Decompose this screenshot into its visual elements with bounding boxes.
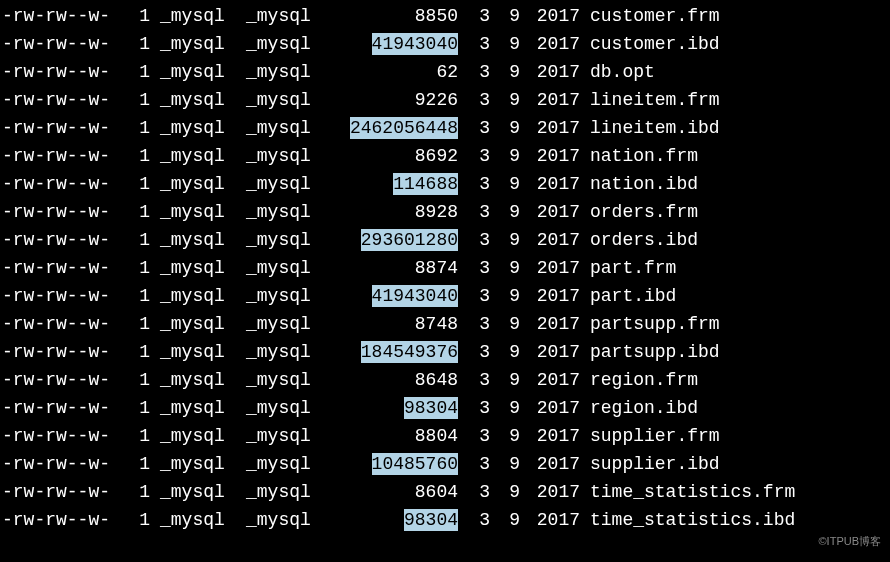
filename: time_statistics.ibd xyxy=(580,506,795,534)
year: 2017 xyxy=(520,282,580,310)
link-count: 1 xyxy=(110,58,150,86)
owner: _mysql xyxy=(150,450,230,478)
group: _mysql xyxy=(230,30,320,58)
file-row: -rw-rw--w-1_mysql_mysql293601280392017or… xyxy=(0,226,890,254)
group: _mysql xyxy=(230,254,320,282)
terminal-file-listing: -rw-rw--w-1_mysql_mysql8850392017custome… xyxy=(0,2,890,534)
permissions: -rw-rw--w- xyxy=(0,170,110,198)
file-row: -rw-rw--w-1_mysql_mysql184549376392017pa… xyxy=(0,338,890,366)
day: 9 xyxy=(490,2,520,30)
highlighted-size[interactable]: 114688 xyxy=(393,173,458,195)
owner: _mysql xyxy=(150,338,230,366)
permissions: -rw-rw--w- xyxy=(0,478,110,506)
permissions: -rw-rw--w- xyxy=(0,114,110,142)
file-size: 8692 xyxy=(320,142,460,170)
link-count: 1 xyxy=(110,30,150,58)
year: 2017 xyxy=(520,478,580,506)
year: 2017 xyxy=(520,58,580,86)
highlighted-size[interactable]: 98304 xyxy=(404,397,458,419)
file-size: 41943040 xyxy=(320,282,460,310)
filename: customer.frm xyxy=(580,2,720,30)
month: 3 xyxy=(460,86,490,114)
filename: nation.ibd xyxy=(580,170,698,198)
day: 9 xyxy=(490,58,520,86)
link-count: 1 xyxy=(110,450,150,478)
file-row: -rw-rw--w-1_mysql_mysql8804392017supplie… xyxy=(0,422,890,450)
file-row: -rw-rw--w-1_mysql_mysql114688392017natio… xyxy=(0,170,890,198)
file-row: -rw-rw--w-1_mysql_mysql8648392017region.… xyxy=(0,366,890,394)
file-size: 10485760 xyxy=(320,450,460,478)
day: 9 xyxy=(490,478,520,506)
file-row: -rw-rw--w-1_mysql_mysql9226392017lineite… xyxy=(0,86,890,114)
group: _mysql xyxy=(230,310,320,338)
highlighted-size[interactable]: 10485760 xyxy=(372,453,458,475)
file-row: -rw-rw--w-1_mysql_mysql62392017db.opt xyxy=(0,58,890,86)
day: 9 xyxy=(490,310,520,338)
year: 2017 xyxy=(520,338,580,366)
file-size: 98304 xyxy=(320,394,460,422)
owner: _mysql xyxy=(150,478,230,506)
owner: _mysql xyxy=(150,58,230,86)
day: 9 xyxy=(490,422,520,450)
file-row: -rw-rw--w-1_mysql_mysql2462056448392017l… xyxy=(0,114,890,142)
filename: customer.ibd xyxy=(580,30,720,58)
month: 3 xyxy=(460,2,490,30)
owner: _mysql xyxy=(150,170,230,198)
highlighted-size[interactable]: 98304 xyxy=(404,509,458,531)
filename: supplier.frm xyxy=(580,422,720,450)
month: 3 xyxy=(460,254,490,282)
file-size: 41943040 xyxy=(320,30,460,58)
highlighted-size[interactable]: 184549376 xyxy=(361,341,458,363)
highlighted-size[interactable]: 41943040 xyxy=(372,33,458,55)
group: _mysql xyxy=(230,142,320,170)
day: 9 xyxy=(490,170,520,198)
year: 2017 xyxy=(520,114,580,142)
day: 9 xyxy=(490,338,520,366)
day: 9 xyxy=(490,282,520,310)
filename: nation.frm xyxy=(580,142,698,170)
group: _mysql xyxy=(230,2,320,30)
link-count: 1 xyxy=(110,142,150,170)
filename: time_statistics.frm xyxy=(580,478,795,506)
month: 3 xyxy=(460,170,490,198)
group: _mysql xyxy=(230,198,320,226)
owner: _mysql xyxy=(150,282,230,310)
link-count: 1 xyxy=(110,366,150,394)
link-count: 1 xyxy=(110,506,150,534)
month: 3 xyxy=(460,422,490,450)
group: _mysql xyxy=(230,478,320,506)
year: 2017 xyxy=(520,198,580,226)
year: 2017 xyxy=(520,422,580,450)
month: 3 xyxy=(460,58,490,86)
filename: partsupp.frm xyxy=(580,310,720,338)
highlighted-size[interactable]: 293601280 xyxy=(361,229,458,251)
year: 2017 xyxy=(520,254,580,282)
link-count: 1 xyxy=(110,170,150,198)
group: _mysql xyxy=(230,394,320,422)
owner: _mysql xyxy=(150,394,230,422)
file-row: -rw-rw--w-1_mysql_mysql98304392017time_s… xyxy=(0,506,890,534)
group: _mysql xyxy=(230,114,320,142)
file-size: 2462056448 xyxy=(320,114,460,142)
file-size: 8850 xyxy=(320,2,460,30)
watermark-text: ©ITPUB博客 xyxy=(816,526,885,556)
file-size: 8804 xyxy=(320,422,460,450)
group: _mysql xyxy=(230,506,320,534)
day: 9 xyxy=(490,114,520,142)
filename: part.ibd xyxy=(580,282,676,310)
year: 2017 xyxy=(520,170,580,198)
month: 3 xyxy=(460,114,490,142)
group: _mysql xyxy=(230,170,320,198)
month: 3 xyxy=(460,506,490,534)
filename: region.ibd xyxy=(580,394,698,422)
group: _mysql xyxy=(230,422,320,450)
owner: _mysql xyxy=(150,30,230,58)
owner: _mysql xyxy=(150,310,230,338)
highlighted-size[interactable]: 2462056448 xyxy=(350,117,458,139)
month: 3 xyxy=(460,30,490,58)
filename: orders.ibd xyxy=(580,226,698,254)
file-size: 8748 xyxy=(320,310,460,338)
day: 9 xyxy=(490,506,520,534)
group: _mysql xyxy=(230,282,320,310)
highlighted-size[interactable]: 41943040 xyxy=(372,285,458,307)
